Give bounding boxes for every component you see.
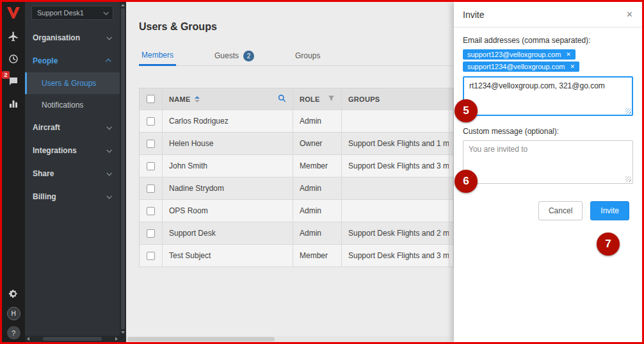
sidebar-horizontal-scrollbar[interactable]: [25, 336, 120, 342]
table-row[interactable]: Carlos Rodriguez Admin Al: [140, 110, 454, 133]
cell-role: Admin: [293, 177, 342, 199]
sidebar-item-people[interactable]: People: [25, 49, 120, 72]
row-checkbox[interactable]: [147, 117, 155, 126]
invite-button[interactable]: Invite: [590, 201, 629, 220]
email-addresses-label: Email addresses (comma separated):: [463, 36, 633, 45]
main-horizontal-scrollbar[interactable]: [126, 336, 454, 342]
scroll-right-icon[interactable]: [115, 337, 118, 341]
sidebar-item-users-groups[interactable]: Users & Groups: [25, 72, 120, 94]
tab-guests[interactable]: Guests 2: [212, 45, 257, 66]
row-checkbox[interactable]: [147, 162, 155, 170]
row-checkbox[interactable]: [147, 207, 155, 215]
sidebar-item-label: Aircraft: [33, 123, 60, 132]
sidebar-item-share[interactable]: Share: [25, 162, 120, 185]
custom-message-label: Custom message (optional):: [463, 127, 633, 136]
scrollbar-corner: [120, 336, 126, 342]
scrollbar-thumb[interactable]: [121, 8, 125, 329]
scroll-left-icon[interactable]: [27, 337, 29, 341]
history-icon[interactable]: [6, 53, 20, 65]
velox-logo-icon[interactable]: [6, 6, 21, 20]
chip-remove-icon[interactable]: ✕: [566, 51, 571, 58]
help-icon[interactable]: ?: [7, 326, 20, 340]
tab-members[interactable]: Members: [139, 45, 176, 66]
sidebar-item-label: People: [33, 56, 58, 65]
members-table: NAME ROLE GROUPS AL: [139, 88, 454, 267]
main-content: Users & Groups Members Guests 2 Groups N…: [126, 2, 454, 342]
sidebar-item-integrations[interactable]: Integrations: [25, 139, 120, 162]
scroll-up-icon[interactable]: [121, 4, 125, 6]
settings-gear-icon[interactable]: [6, 288, 20, 301]
cell-role: Admin: [293, 200, 342, 222]
email-addresses-input[interactable]: rt1234@velloxgroup.com, 321@go.com: [463, 76, 633, 116]
sidebar-item-label: Notifications: [42, 101, 83, 110]
flights-icon[interactable]: [6, 30, 20, 43]
cell-name: Carlos Rodriguez: [163, 110, 293, 132]
email-chip: support1234@velloxgroup.com ✕: [463, 61, 579, 72]
sidebar: Support Desk1 Organisation People Users …: [25, 2, 126, 342]
tab-bar: Members Guests 2 Groups: [139, 45, 454, 66]
search-icon[interactable]: [278, 94, 286, 104]
cell-extra: [449, 245, 454, 266]
table-row[interactable]: OPS Room Admin Al: [140, 200, 454, 222]
column-label: ROLE: [300, 95, 320, 103]
email-chip: support123@velloxgroup.com ✕: [463, 49, 576, 60]
invite-panel-title: Invite: [463, 10, 484, 20]
select-all-checkbox[interactable]: [147, 95, 155, 103]
table-row[interactable]: John Smith Member Support Desk Flights a…: [140, 155, 454, 177]
tab-groups[interactable]: Groups: [293, 45, 323, 66]
cancel-button[interactable]: Cancel: [538, 201, 583, 220]
row-checkbox[interactable]: [147, 229, 155, 238]
resize-grip-icon[interactable]: [625, 176, 631, 182]
table-body: Carlos Rodriguez Admin Al Helen House Ow…: [140, 110, 453, 267]
sort-icon[interactable]: [195, 96, 200, 102]
table-row[interactable]: Helen House Owner Support Desk Flights a…: [140, 133, 454, 155]
tab-label: Guests: [214, 51, 239, 60]
scrollbar-thumb[interactable]: [43, 337, 102, 341]
sidebar-item-billing[interactable]: Billing: [25, 185, 120, 208]
header-groups[interactable]: GROUPS: [342, 88, 449, 110]
sidebar-item-label: Billing: [33, 192, 56, 201]
annotation-step-6: 6: [455, 170, 478, 193]
cell-groups: [342, 200, 449, 222]
header-role[interactable]: ROLE: [293, 88, 342, 110]
row-checkbox[interactable]: [147, 184, 155, 193]
cell-groups: [342, 177, 449, 199]
org-selector[interactable]: Support Desk1: [31, 6, 113, 20]
sidebar-vertical-scrollbar[interactable]: [120, 2, 126, 336]
chip-remove-icon[interactable]: ✕: [570, 63, 575, 70]
scroll-down-icon[interactable]: [121, 331, 125, 334]
sidebar-item-aircraft[interactable]: Aircraft: [25, 116, 120, 139]
cell-role: Admin: [293, 110, 342, 132]
scrollbar-thumb[interactable]: [127, 337, 275, 341]
cell-name: Helen House: [163, 133, 293, 154]
messages-icon[interactable]: 2: [6, 75, 20, 88]
annotation-step-7: 7: [597, 233, 620, 256]
table-row[interactable]: Support Desk Admin Support Desk Flights …: [140, 222, 454, 245]
org-selector-value: Support Desk1: [37, 9, 84, 17]
icon-rail: 2 H ?: [2, 2, 25, 342]
annotation-step-5: 5: [455, 99, 478, 122]
user-avatar[interactable]: H: [7, 307, 20, 320]
cell-extra: Al: [449, 177, 454, 199]
table-row[interactable]: Test Subject Member Support Desk Flights…: [140, 245, 454, 267]
cell-groups: Support Desk Flights and 1 more: [342, 133, 449, 154]
header-name[interactable]: NAME: [163, 88, 293, 110]
cell-role: Member: [293, 155, 342, 177]
email-chip-text: support123@velloxgroup.com: [467, 51, 561, 58]
header-checkbox-cell: [140, 88, 163, 110]
sidebar-item-organisation[interactable]: Organisation: [25, 26, 120, 49]
resize-grip-icon[interactable]: [625, 108, 631, 114]
table-row[interactable]: Nadine Strydom Admin Al: [140, 177, 454, 200]
header-extra[interactable]: AL: [449, 88, 454, 110]
cell-extra: Al: [449, 222, 454, 244]
custom-message-input[interactable]: You are invited to: [463, 140, 633, 184]
filter-icon[interactable]: [328, 95, 335, 103]
sidebar-item-notifications[interactable]: Notifications: [25, 94, 120, 116]
stats-icon[interactable]: [6, 97, 20, 110]
sidebar-item-label: Share: [33, 169, 54, 178]
tab-label: Members: [141, 51, 173, 60]
close-icon[interactable]: ✕: [626, 10, 633, 19]
row-checkbox[interactable]: [147, 140, 155, 148]
row-checkbox[interactable]: [147, 252, 155, 260]
cell-extra: Al: [449, 110, 454, 132]
